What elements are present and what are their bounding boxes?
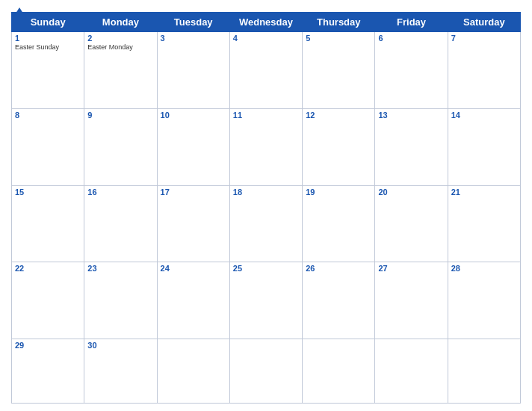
day-number: 11 [233,111,299,120]
day-number: 3 [161,34,226,43]
week-row-0: 1Easter Sunday2Easter Monday34567 [12,32,521,109]
day-number: 23 [87,264,153,273]
day-number: 15 [15,188,81,197]
day-number: 8 [15,111,81,120]
logo [11,7,26,18]
day-number: 9 [87,111,153,120]
day-number: 22 [15,264,81,273]
col-wednesday: Wednesday [229,13,302,32]
day-number: 19 [306,188,371,197]
calendar-container: Sunday Monday Tuesday Wednesday Thursday… [0,0,532,411]
day-number: 14 [451,111,517,120]
table-cell: 15 [12,185,84,262]
table-cell: 27 [375,262,448,339]
table-cell [375,339,448,404]
table-cell: 26 [303,262,375,339]
svg-marker-0 [13,7,26,18]
table-cell [448,339,520,404]
table-cell: 16 [84,185,157,262]
day-number: 21 [451,188,517,197]
calendar-table: Sunday Monday Tuesday Wednesday Thursday… [11,12,521,404]
table-cell: 5 [303,32,375,109]
table-cell: 20 [375,185,448,262]
table-cell: 17 [157,185,229,262]
table-cell: 18 [229,185,302,262]
table-cell: 24 [157,262,229,339]
table-cell: 4 [229,32,302,109]
day-number: 5 [306,34,371,43]
day-number: 17 [161,188,226,197]
table-cell: 21 [448,185,520,262]
holiday-label: Easter Sunday [15,43,81,51]
table-cell [229,339,302,404]
table-cell: 8 [12,108,84,185]
week-row-1: 891011121314 [12,108,521,185]
table-cell: 14 [448,108,520,185]
table-cell: 13 [375,108,448,185]
table-cell: 28 [448,262,520,339]
day-number: 10 [161,111,226,120]
table-cell: 23 [84,262,157,339]
table-cell: 2Easter Monday [84,32,157,109]
table-cell: 30 [84,339,157,404]
day-number: 16 [87,188,153,197]
table-cell: 10 [157,108,229,185]
col-friday: Friday [375,13,448,32]
logo-icon [13,7,26,18]
header-row: Sunday Monday Tuesday Wednesday Thursday… [12,13,521,32]
holiday-label: Easter Monday [87,43,153,51]
col-thursday: Thursday [303,13,375,32]
day-number: 25 [233,264,299,273]
day-number: 24 [161,264,226,273]
table-cell: 25 [229,262,302,339]
week-row-4: 2930 [12,339,521,404]
day-number: 7 [451,34,517,43]
day-number: 18 [233,188,299,197]
table-cell: 6 [375,32,448,109]
week-row-2: 15161718192021 [12,185,521,262]
day-number: 27 [378,264,444,273]
col-saturday: Saturday [448,13,520,32]
table-cell: 7 [448,32,520,109]
day-number: 20 [378,188,444,197]
table-cell: 11 [229,108,302,185]
day-number: 28 [451,264,517,273]
table-cell [157,339,229,404]
day-number: 30 [87,341,153,350]
week-row-3: 22232425262728 [12,262,521,339]
table-cell: 19 [303,185,375,262]
day-number: 29 [15,341,81,350]
day-number: 26 [306,264,371,273]
table-cell: 1Easter Sunday [12,32,84,109]
day-number: 6 [378,34,444,43]
table-cell: 12 [303,108,375,185]
day-number: 12 [306,111,371,120]
col-tuesday: Tuesday [157,13,229,32]
day-number: 13 [378,111,444,120]
day-number: 4 [233,34,299,43]
col-monday: Monday [84,13,157,32]
table-cell [303,339,375,404]
table-cell: 3 [157,32,229,109]
day-number: 1 [15,34,81,43]
table-cell: 9 [84,108,157,185]
day-number: 2 [87,34,153,43]
table-cell: 29 [12,339,84,404]
table-cell: 22 [12,262,84,339]
